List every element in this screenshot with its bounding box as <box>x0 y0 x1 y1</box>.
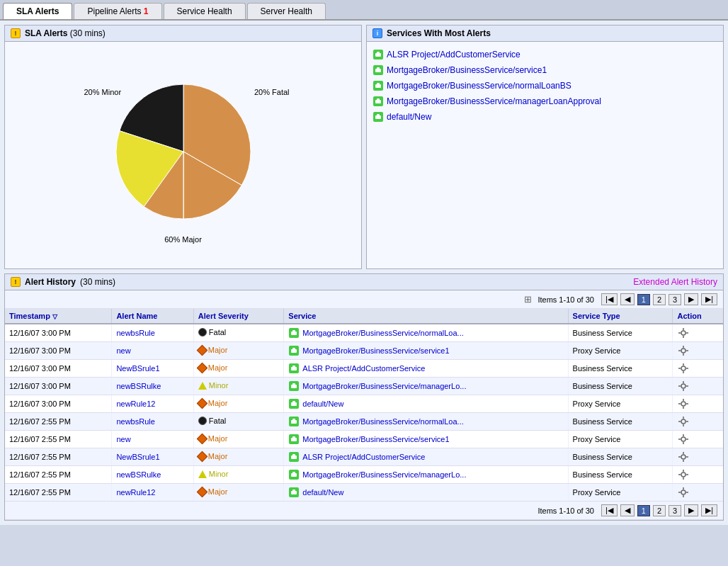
action-config-icon-8[interactable] <box>677 468 690 481</box>
action-config-icon-5[interactable] <box>677 415 690 428</box>
cell-alert-name-8[interactable]: newBSRulke <box>112 466 193 484</box>
alert-name-link-3[interactable]: newBSRulke <box>116 382 161 390</box>
cell-timestamp-6: 12/16/07 2:55 PM <box>5 431 112 448</box>
alert-name-link-6[interactable]: new <box>116 435 130 443</box>
service-link-3[interactable]: MortgageBroker/BusinessService/managerLo… <box>372 96 717 107</box>
extended-alert-history-link[interactable]: Extended Alert History <box>633 277 717 287</box>
alert-name-link-0[interactable]: newbsRule <box>116 329 154 337</box>
action-config-icon-7[interactable] <box>677 451 690 463</box>
cell-service-4[interactable]: default/New <box>284 395 568 413</box>
service-cell-5[interactable]: MortgageBroker/BusinessService/normalLoa… <box>288 416 563 427</box>
cell-service-6[interactable]: MortgageBroker/BusinessService/service1 <box>284 431 568 448</box>
cell-alert-name-5[interactable]: newbsRule <box>112 413 193 431</box>
cell-action-0[interactable] <box>673 324 723 342</box>
last-page-btn-top[interactable]: ▶| <box>701 293 717 305</box>
service-cell-3[interactable]: MortgageBroker/BusinessService/managerLo… <box>288 380 563 392</box>
col-alert-name[interactable]: Alert Name <box>112 309 193 324</box>
tab-sla-alerts[interactable]: SLA Alerts <box>3 3 72 19</box>
prev-page-btn-bottom[interactable]: ◀ <box>620 504 635 516</box>
cell-action-5[interactable] <box>673 413 723 431</box>
next-page-btn-top[interactable]: ▶ <box>684 293 698 305</box>
cell-alert-name-7[interactable]: NewBSrule1 <box>112 448 193 466</box>
cell-service-0[interactable]: MortgageBroker/BusinessService/normalLoa… <box>284 324 568 342</box>
action-config-icon-2[interactable] <box>677 362 690 375</box>
service-cell-8[interactable]: MortgageBroker/BusinessService/managerLo… <box>288 469 563 480</box>
tab-server-health[interactable]: Server Health <box>247 3 326 19</box>
service-table-icon-1 <box>288 345 300 356</box>
cell-service-8[interactable]: MortgageBroker/BusinessService/managerLo… <box>284 466 568 484</box>
top-section: ! SLA Alerts (30 mins) <box>4 25 724 269</box>
page-3-btn-bottom[interactable]: 3 <box>669 505 681 516</box>
service-cell-6[interactable]: MortgageBroker/BusinessService/service1 <box>288 434 563 445</box>
cell-action-9[interactable] <box>673 484 723 502</box>
cell-service-3[interactable]: MortgageBroker/BusinessService/managerLo… <box>284 378 568 395</box>
tab-service-health[interactable]: Service Health <box>164 3 246 19</box>
service-link-1[interactable]: MortgageBroker/BusinessService/service1 <box>372 64 717 76</box>
cell-action-2[interactable] <box>673 360 723 378</box>
svg-point-18 <box>681 331 686 335</box>
cell-service-1[interactable]: MortgageBroker/BusinessService/service1 <box>284 342 568 360</box>
action-config-icon-4[interactable] <box>677 397 690 410</box>
cell-alert-name-3[interactable]: newBSRulke <box>112 378 193 395</box>
cell-action-6[interactable] <box>673 431 723 448</box>
col-service[interactable]: Service <box>284 309 568 324</box>
action-config-icon-6[interactable] <box>677 433 690 446</box>
page-2-btn-bottom[interactable]: 2 <box>653 505 666 516</box>
action-config-icon-9[interactable] <box>677 486 690 499</box>
cell-action-8[interactable] <box>673 466 723 484</box>
svg-rect-86 <box>686 474 688 475</box>
cell-alert-name-1[interactable]: new <box>112 342 193 360</box>
first-page-btn-top[interactable]: |◀ <box>601 293 618 305</box>
services-panel-title: Services With Most Alerts <box>387 28 491 38</box>
service-cell-4[interactable]: default/New <box>288 398 563 409</box>
service-cell-0[interactable]: MortgageBroker/BusinessService/normalLoa… <box>288 327 563 339</box>
severity-fatal-0: Fatal <box>198 328 226 336</box>
table-row: 12/16/07 2:55 PMNewBSrule1 Major ALSR Pr… <box>5 448 723 466</box>
cell-action-4[interactable] <box>673 395 723 413</box>
page-3-btn-top[interactable]: 3 <box>669 294 681 305</box>
cell-alert-name-2[interactable]: NewBSrule1 <box>112 360 193 378</box>
service-link-2[interactable]: MortgageBroker/BusinessService/normalLoa… <box>372 80 717 91</box>
alert-name-link-5[interactable]: newbsRule <box>116 417 154 426</box>
service-link-0[interactable]: ALSR Project/AddCustomerService <box>372 49 717 60</box>
cell-service-7[interactable]: ALSR Project/AddCustomerService <box>284 448 568 466</box>
cell-action-1[interactable] <box>673 342 723 360</box>
cell-alert-name-0[interactable]: newbsRule <box>112 324 193 342</box>
alert-name-link-9[interactable]: newRule12 <box>116 488 155 497</box>
svg-rect-67 <box>683 434 684 436</box>
page-1-btn-bottom[interactable]: 1 <box>637 505 650 516</box>
last-page-btn-bottom[interactable]: ▶| <box>701 504 717 516</box>
cell-service-2[interactable]: ALSR Project/AddCustomerService <box>284 360 568 378</box>
action-config-icon-0[interactable] <box>677 327 690 339</box>
cell-alert-name-6[interactable]: new <box>112 431 193 448</box>
cell-action-3[interactable] <box>673 378 723 395</box>
svg-rect-14 <box>377 114 380 117</box>
action-config-icon-3[interactable] <box>677 380 690 392</box>
service-cell-7[interactable]: ALSR Project/AddCustomerService <box>288 451 563 463</box>
alert-name-link-8[interactable]: newBSRulke <box>116 470 161 479</box>
page-2-btn-top[interactable]: 2 <box>653 294 666 305</box>
col-timestamp[interactable]: Timestamp ▽ <box>5 309 112 324</box>
next-page-btn-bottom[interactable]: ▶ <box>684 504 698 516</box>
service-cell-2[interactable]: ALSR Project/AddCustomerService <box>288 363 563 374</box>
action-config-icon-1[interactable] <box>677 344 690 357</box>
page-1-btn-top[interactable]: 1 <box>637 294 650 305</box>
cell-service-9[interactable]: default/New <box>284 484 568 502</box>
alert-history-icon: ! <box>11 277 21 287</box>
alert-name-link-7[interactable]: NewBSrule1 <box>116 453 159 461</box>
alert-name-link-1[interactable]: new <box>116 346 130 355</box>
service-cell-1[interactable]: MortgageBroker/BusinessService/service1 <box>288 345 563 356</box>
first-page-btn-bottom[interactable]: |◀ <box>601 504 618 516</box>
prev-page-btn-top[interactable]: ◀ <box>620 293 635 305</box>
service-cell-9[interactable]: default/New <box>288 487 563 498</box>
col-alert-severity[interactable]: Alert Severity <box>193 309 284 324</box>
service-link-4[interactable]: default/New <box>372 111 717 123</box>
alert-name-link-4[interactable]: newRule12 <box>116 400 155 408</box>
cell-alert-name-4[interactable]: newRule12 <box>112 395 193 413</box>
cell-action-7[interactable] <box>673 448 723 466</box>
tab-pipeline-alerts[interactable]: Pipeline Alerts 1 <box>74 3 161 19</box>
alert-name-link-2[interactable]: NewBSrule1 <box>116 364 159 373</box>
col-service-type[interactable]: Service Type <box>568 309 673 324</box>
cell-alert-name-9[interactable]: newRule12 <box>112 484 193 502</box>
cell-service-5[interactable]: MortgageBroker/BusinessService/normalLoa… <box>284 413 568 431</box>
